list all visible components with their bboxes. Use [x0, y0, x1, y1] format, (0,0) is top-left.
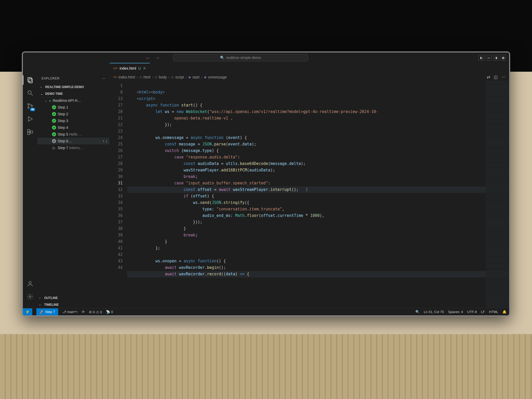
accounts-icon[interactable]	[26, 280, 34, 288]
extensions-icon[interactable]	[26, 128, 34, 136]
explorer-icon[interactable]	[26, 76, 34, 84]
rocket-icon: 🚀	[39, 310, 44, 314]
tab-git-flag: U	[138, 66, 141, 70]
layout-controls: ◧ ▭ ◨ ▦	[478, 55, 506, 61]
demo-section[interactable]: ⌄▸ Realtime API H…	[37, 97, 109, 104]
step-item-5[interactable]: ✓Step 5 Hello …	[37, 131, 109, 138]
split-editor-icon[interactable]: ◫	[494, 75, 498, 79]
play-icon: ▸	[49, 99, 51, 103]
method-icon: ◈	[188, 75, 191, 79]
svg-point-6	[31, 105, 32, 107]
sync-icon[interactable]: ⟳	[82, 310, 85, 314]
step-item-3[interactable]: ✓Step 3	[37, 117, 109, 124]
svg-rect-0	[28, 77, 31, 82]
minimap[interactable]	[486, 81, 509, 308]
symbol-icon: ◇	[155, 75, 157, 79]
vscode-window: ← → 🔍 realtime-simple-demo ◧ ▭ ◨ ▦ <> in…	[22, 51, 510, 316]
toggle-panel-right-icon[interactable]: ◨	[493, 55, 499, 61]
step-up-icon[interactable]: ↑	[103, 139, 104, 143]
step-item-2[interactable]: ✓Step 2	[37, 111, 109, 117]
remote-indicator[interactable]: ⚡	[23, 308, 32, 315]
breadcrumb[interactable]: <> index.html ›◇html ›◇body ›◇script ›◈s…	[110, 73, 509, 81]
scm-badge: 40	[30, 108, 35, 111]
method-icon: ◈	[204, 75, 207, 79]
encoding[interactable]: UTF-8	[467, 310, 477, 314]
command-center-search[interactable]: 🔍 realtime-simple-demo	[173, 54, 308, 61]
symbol-icon: ◇	[171, 75, 174, 79]
search-icon: 🔍	[220, 56, 224, 60]
settings-gear-icon[interactable]	[26, 292, 34, 301]
svg-point-2	[28, 91, 31, 94]
indentation[interactable]: Spaces: 4	[448, 310, 463, 314]
folder-demo-time[interactable]: ⌄DEMO TIME	[37, 90, 109, 97]
search-label: realtime-simple-demo	[226, 56, 261, 60]
svg-rect-10	[30, 131, 33, 133]
html-file-icon: <>	[113, 66, 117, 70]
cursor-position[interactable]: Ln 31, Col 70	[424, 310, 444, 314]
nav-forward-icon[interactable]: →	[155, 55, 160, 61]
language-mode[interactable]: HTML	[489, 310, 498, 314]
tab-indexhtml[interactable]: <> index.html U ✕	[110, 63, 150, 73]
step-item-4[interactable]: ✓Step 4	[37, 124, 109, 131]
explorer-sidebar: EXPLORER ⋯ ›REALTIME-SIMPLE-DEMO ⌄DEMO T…	[37, 73, 110, 308]
status-bar: ⚡ 🚀Step 7 ⎇ main*+ ⟳ ⊘ 0 ⚠ 0 📡 0 🔍 Ln 31…	[23, 308, 509, 315]
code-area[interactable]: <html><body> <script> async function sta…	[126, 81, 509, 308]
file-tree: ›REALTIME-SIMPLE-DEMO ⌄DEMO TIME ⌄▸ Real…	[37, 84, 109, 295]
customize-layout-icon[interactable]: ▦	[500, 55, 506, 61]
step-down-icon[interactable]: ↓	[105, 139, 107, 143]
step-item-1[interactable]: ✓Step 1	[37, 104, 109, 111]
toggle-panel-bottom-icon[interactable]: ▭	[486, 55, 491, 61]
branch-icon: ⎇	[62, 310, 66, 314]
folder-realtime-simple-demo[interactable]: ›REALTIME-SIMPLE-DEMO	[37, 84, 109, 90]
editor-tabs: <> index.html U ✕	[23, 63, 509, 73]
symbol-icon: ◇	[139, 75, 142, 79]
file-icon: <>	[113, 75, 117, 79]
timeline-section[interactable]: ›TIMELINE	[37, 301, 109, 308]
activity-bar: 40	[23, 73, 37, 308]
svg-point-4	[28, 104, 29, 105]
git-branch[interactable]: ⎇ main*+	[62, 310, 78, 314]
code-editor: <> index.html ›◇html ›◇body ›◇script ›◈s…	[110, 73, 509, 308]
svg-point-11	[29, 281, 31, 284]
toggle-panel-left-icon[interactable]: ◧	[478, 55, 484, 61]
close-icon[interactable]: ✕	[143, 66, 146, 71]
svg-point-5	[28, 107, 29, 108]
svg-point-12	[29, 296, 31, 298]
run-debug-icon[interactable]	[26, 115, 34, 123]
editor-more-icon[interactable]: ⋯	[501, 75, 506, 79]
nav-back-icon[interactable]: ←	[145, 55, 151, 61]
warning-icon: ⚠	[96, 310, 99, 314]
outline-section[interactable]: ›OUTLINE	[37, 295, 109, 301]
svg-rect-1	[29, 79, 32, 83]
title-bar: ← → 🔍 realtime-simple-demo ◧ ▭ ◨ ▦	[23, 52, 509, 63]
sidebar-more-icon[interactable]: ⋯	[102, 77, 105, 80]
notifications-icon[interactable]: 🔔	[502, 310, 507, 314]
problems-status[interactable]: ⊘ 0 ⚠ 0	[89, 310, 102, 314]
play-outline-icon: ▷	[52, 146, 56, 150]
svg-marker-7	[29, 117, 32, 121]
source-control-icon[interactable]: 40	[26, 102, 34, 110]
svg-line-3	[31, 94, 33, 96]
svg-rect-9	[28, 132, 30, 135]
step-item-7[interactable]: ▷Step 7 Interru…	[37, 144, 109, 151]
zoom-icon[interactable]: 🔍	[415, 310, 420, 314]
svg-rect-8	[28, 129, 30, 132]
tab-filename: index.html	[119, 66, 136, 70]
error-icon: ⊘	[89, 310, 92, 314]
radio-icon: 📡	[106, 310, 110, 314]
sidebar-title: EXPLORER	[42, 77, 59, 80]
compare-changes-icon[interactable]: ⇄	[487, 75, 490, 79]
search-nav-icon[interactable]	[26, 89, 34, 97]
step-item-6[interactable]: ✓Step 6…↑ ↓	[37, 138, 109, 144]
line-number-gutter: 1813172021222324252627282930313233343536…	[110, 81, 126, 308]
ports-status[interactable]: 📡 0	[106, 310, 113, 314]
status-step[interactable]: 🚀Step 7	[36, 308, 58, 315]
eol[interactable]: LF	[481, 310, 485, 314]
